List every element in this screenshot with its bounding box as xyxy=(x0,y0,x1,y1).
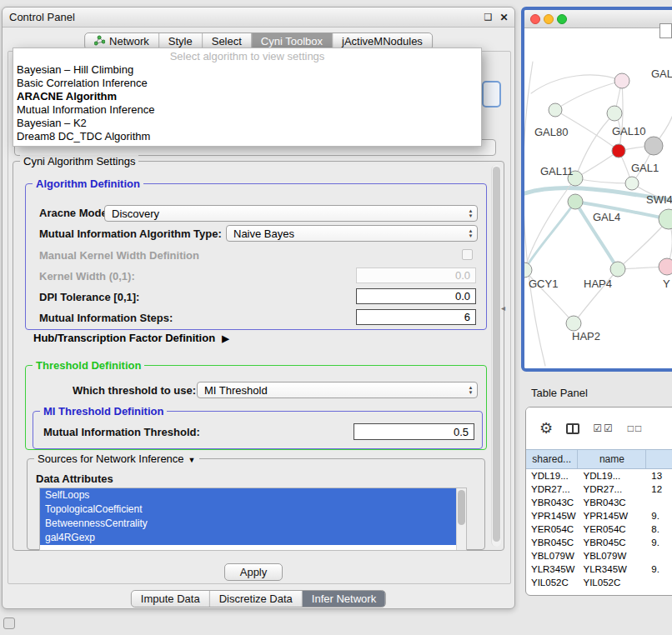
panel-resize-icon[interactable] xyxy=(501,303,505,312)
collapse-arrow-icon xyxy=(188,452,196,465)
network-tab-icon xyxy=(94,35,105,48)
algorithm-option-bayesian-hill-climbing[interactable]: Bayesian – Hill Climbing xyxy=(13,63,481,77)
algorithm-option-aracne-algorithm[interactable]: ARACNE Algorithm xyxy=(13,90,481,103)
table-cell: YIL052C xyxy=(526,578,578,588)
network-edge[interactable] xyxy=(524,202,575,270)
mi-steps-value: 6 xyxy=(464,311,470,323)
network-label-gal4: GAL4 xyxy=(593,211,620,223)
network-node-gal4[interactable] xyxy=(568,194,583,209)
sources-group-title[interactable]: Sources for Network Inference xyxy=(34,452,199,465)
algorithm-popup-placeholder: Select algorithm to view settings xyxy=(13,50,481,63)
zoom-traffic-icon[interactable] xyxy=(557,14,567,24)
table-row[interactable]: YBR045CYBR045C9. xyxy=(526,536,672,549)
overlay-control-partial[interactable] xyxy=(659,23,672,38)
sources-title-text: Sources for Network Inference xyxy=(38,452,184,465)
network-canvas[interactable]: GALGAL80GAL10GAL11GAL1SWI4GAL4GCY1HAP4YH… xyxy=(524,28,672,368)
table-row[interactable]: YLR345WYLR345W9. xyxy=(526,562,672,576)
network-node-gal10[interactable] xyxy=(612,144,625,158)
manual-kernel-checkbox[interactable] xyxy=(462,249,473,260)
tab-label: Cyni Toolbox xyxy=(261,35,323,48)
which-threshold-select[interactable]: MI Threshold xyxy=(197,382,478,398)
mi-threshold-field[interactable]: 0.5 xyxy=(354,423,474,440)
network-node-gal1[interactable] xyxy=(625,177,639,190)
bottom-tab-infer-network[interactable]: Infer Network xyxy=(303,591,385,607)
table-body: YDL19...YDL19...13YDR27...YDR27...12YBR0… xyxy=(526,469,672,595)
network-node-gcy1[interactable] xyxy=(524,262,532,278)
table-row[interactable]: YER054CYER054C8. xyxy=(526,522,672,536)
gear-icon[interactable]: ⚙ xyxy=(539,419,553,438)
data-attributes-listbox[interactable]: SelfLoopsTopologicalCoefficientBetweenne… xyxy=(39,488,467,551)
column-header-name[interactable]: name xyxy=(578,450,646,468)
network-edge[interactable] xyxy=(575,113,614,178)
algorithm-option-mutual-information-inference[interactable]: Mutual Information Inference xyxy=(13,103,481,117)
deselect-all-icon[interactable]: □□ xyxy=(628,422,644,434)
table-cell: YER054C xyxy=(578,524,646,534)
network-node-hap4[interactable] xyxy=(610,262,625,277)
table-cell: YLR345W xyxy=(526,564,578,574)
dpi-tolerance-field[interactable]: 0.0 xyxy=(356,288,476,304)
network-node-swi4[interactable] xyxy=(659,209,672,229)
table-row[interactable]: YBL079WYBL079W xyxy=(526,549,672,562)
attribute-item-gal4rgexp[interactable]: gal4RGexp xyxy=(40,531,456,545)
attributes-scrollbar[interactable] xyxy=(456,488,466,550)
table-row[interactable]: YBR043CYBR043C xyxy=(526,496,672,509)
combo-arrows-icon xyxy=(464,226,477,241)
apply-button-label: Apply xyxy=(240,566,268,578)
kernel-width-field[interactable]: 0.0 xyxy=(356,268,476,283)
close-traffic-icon[interactable] xyxy=(530,14,540,24)
network-node-hap2[interactable] xyxy=(566,316,581,331)
settings-scrollbar[interactable] xyxy=(491,165,501,547)
network-graph[interactable]: GALGAL80GAL10GAL11GAL1SWI4GAL4GCY1HAP4YH… xyxy=(524,28,672,368)
column-header-shared[interactable]: shared... xyxy=(526,450,578,468)
minimize-traffic-icon[interactable] xyxy=(544,14,554,24)
attribute-item-topologicalcoefficient[interactable]: TopologicalCoefficient xyxy=(40,502,456,517)
network-node-gal80[interactable] xyxy=(549,103,562,117)
settings-scrollbar-thumb[interactable] xyxy=(493,167,500,542)
hub-definition-expander[interactable]: Hub/Transcription Factor Definition xyxy=(33,332,229,344)
algorithm-option-bayesian-k2[interactable]: Bayesian – K2 xyxy=(13,117,481,130)
mi-steps-field[interactable]: 6 xyxy=(356,309,476,325)
table-row[interactable]: YDL19...YDL19...13 xyxy=(526,469,672,482)
network-edge[interactable] xyxy=(555,81,622,110)
kernel-width-label: Kernel Width (0,1): xyxy=(39,270,135,282)
mi-type-select[interactable]: Naive Bayes xyxy=(226,225,478,242)
columns-icon[interactable] xyxy=(566,423,579,434)
network-window-titlebar[interactable] xyxy=(524,10,672,28)
attribute-item-selfloops[interactable]: SelfLoops xyxy=(40,488,456,502)
network-node[interactable] xyxy=(644,137,663,155)
mi-type-value: Naive Bayes xyxy=(233,228,464,240)
select-all-icon[interactable]: ☑☑ xyxy=(593,422,614,434)
algorithm-option-basic-correlation-inference[interactable]: Basic Correlation Inference xyxy=(13,77,481,90)
network-node[interactable] xyxy=(614,73,629,88)
network-edge[interactable] xyxy=(575,178,632,183)
cyni-algorithm-settings-group: Cyni Algorithm Settings Algorithm Defini… xyxy=(13,161,504,551)
attribute-item-betweennesscentrality[interactable]: BetweennessCentrality xyxy=(40,517,456,531)
table-cell: YBR043C xyxy=(578,498,646,508)
table-cell: YIL052C xyxy=(578,578,646,588)
table-row[interactable]: YPR145WYPR145W9. xyxy=(526,509,672,522)
table-row[interactable]: YDR27...YDR27...12 xyxy=(526,482,672,496)
network-node[interactable] xyxy=(607,106,622,121)
network-edge[interactable] xyxy=(531,75,622,93)
bottom-tab-discretize-data[interactable]: Discretize Data xyxy=(210,591,303,607)
tab-label: Network xyxy=(109,35,149,48)
minimized-panel-icon[interactable] xyxy=(3,618,15,629)
help-button-partial[interactable] xyxy=(482,81,501,108)
close-window-icon[interactable] xyxy=(498,11,510,23)
network-edge[interactable] xyxy=(524,62,545,366)
table-cell: YBL079W xyxy=(526,551,578,561)
aracne-mode-select[interactable]: Discovery xyxy=(104,205,478,222)
attributes-scrollbar-thumb[interactable] xyxy=(458,490,465,525)
algorithm-option-dream8-dc-tdc-algorithm[interactable]: Dream8 DC_TDC Algorithm xyxy=(13,130,481,143)
table-cell: YBR043C xyxy=(526,498,578,508)
apply-button[interactable]: Apply xyxy=(224,563,283,581)
network-view-window: GALGAL80GAL10GAL11GAL1SWI4GAL4GCY1HAP4YH… xyxy=(521,7,672,372)
bottom-tab-impute-data[interactable]: Impute Data xyxy=(132,591,210,607)
table-cell: YLR345W xyxy=(578,564,646,574)
control-panel-titlebar[interactable]: Control Panel xyxy=(3,8,514,28)
float-window-icon[interactable] xyxy=(482,11,494,23)
table-row[interactable]: YIL052CYIL052C xyxy=(526,576,672,589)
table-cell: YBL079W xyxy=(578,551,646,561)
column-header-extra[interactable] xyxy=(646,450,672,468)
network-node[interactable] xyxy=(659,258,672,275)
